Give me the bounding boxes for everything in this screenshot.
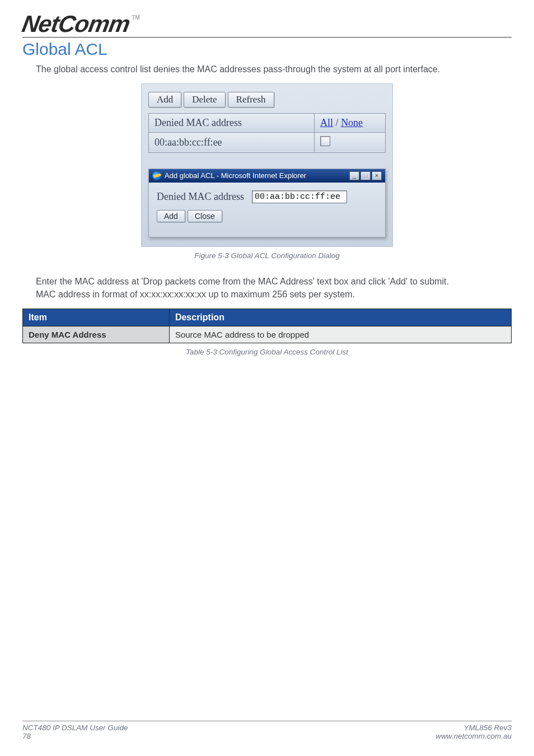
footer-revision: YML856 Rev3 xyxy=(435,724,512,732)
dialog-titlebar: Add global ACL - Microsoft Internet Expl… xyxy=(149,169,385,183)
description-table: Item Description Deny MAC Address Source… xyxy=(22,309,512,343)
add-dialog: Add global ACL - Microsoft Internet Expl… xyxy=(148,169,386,237)
brand-logo: NetComm xyxy=(20,12,132,36)
table-caption: Table 5-3 Configuring Global Access Cont… xyxy=(22,348,512,356)
denied-mac-table: Denied MAC address All / None 00:aa:bb:c… xyxy=(148,113,386,153)
instruction-line-2: MAC address in format of xx:xx:xx:xx:xx:… xyxy=(36,288,512,301)
footer-page-number: 78 xyxy=(22,732,128,740)
select-all-link[interactable]: All xyxy=(320,117,333,128)
footer-url: www.netcomm.com.au xyxy=(435,732,512,740)
instruction-line-1: Enter the MAC address at 'Drop packets c… xyxy=(36,276,512,288)
dialog-title-text: Add global ACL - Microsoft Internet Expl… xyxy=(165,171,306,180)
intro-paragraph: The global access control list denies th… xyxy=(36,63,512,76)
ie-icon xyxy=(152,171,161,180)
mac-cell: 00:aa:bb:cc:ff:ee xyxy=(149,132,315,152)
dialog-add-button[interactable]: Add xyxy=(157,210,185,222)
table-row: 00:aa:bb:cc:ff:ee xyxy=(149,132,386,152)
dialog-field-label: Denied MAC address xyxy=(157,191,244,203)
page-title: Global ACL xyxy=(22,40,512,59)
refresh-button[interactable]: Refresh xyxy=(228,92,274,108)
desc-cell: Source MAC address to be dropped xyxy=(169,326,511,343)
row-checkbox[interactable] xyxy=(320,136,330,146)
footer-doc-title: NCT480 IP DSLAM User Guide xyxy=(22,724,128,732)
minimize-button[interactable]: _ xyxy=(349,171,359,180)
col-header-mac: Denied MAC address xyxy=(149,113,315,132)
page-footer: NCT480 IP DSLAM User Guide 78 YML856 Rev… xyxy=(22,721,512,740)
col-header-select: All / None xyxy=(315,113,386,132)
select-none-link[interactable]: None xyxy=(341,117,363,128)
figure-caption: Figure 5-3 Global ACL Configuration Dial… xyxy=(194,251,340,260)
trademark: TM xyxy=(132,15,139,21)
close-icon[interactable]: × xyxy=(372,171,382,180)
item-cell: Deny MAC Address xyxy=(23,326,170,343)
col-item: Item xyxy=(23,309,170,326)
mac-input[interactable] xyxy=(252,190,347,203)
add-button[interactable]: Add xyxy=(148,92,181,108)
dialog-close-button[interactable]: Close xyxy=(188,210,222,222)
screenshot-panel: Add Delete Refresh Denied MAC address Al… xyxy=(141,83,393,247)
table-row: Deny MAC Address Source MAC address to b… xyxy=(23,326,512,343)
delete-button[interactable]: Delete xyxy=(184,92,225,108)
col-description: Description xyxy=(169,309,511,326)
maximize-button[interactable]: □ xyxy=(360,171,371,180)
checkbox-cell xyxy=(315,132,386,152)
select-sep: / xyxy=(333,117,341,128)
logo-row: NetComm TM xyxy=(22,12,512,38)
